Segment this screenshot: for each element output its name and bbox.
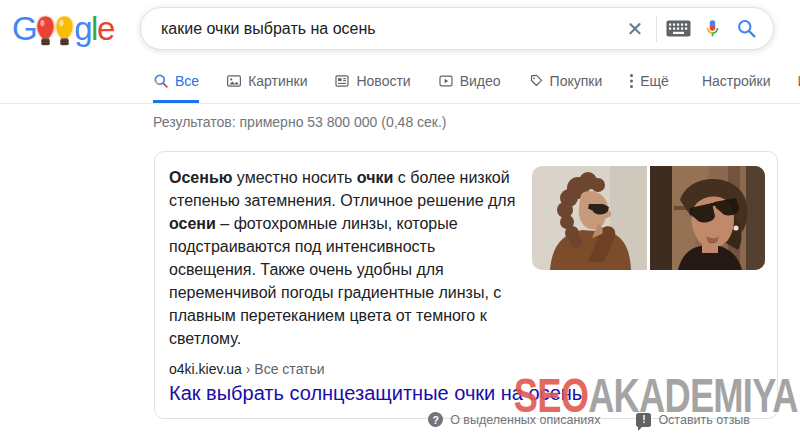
- news-icon: [334, 73, 350, 89]
- tab-news[interactable]: Новости: [334, 63, 410, 103]
- tab-video[interactable]: Видео: [438, 63, 501, 103]
- feedback-label: Оставить отзыв: [658, 413, 750, 427]
- tab-shopping[interactable]: Покупки: [528, 63, 603, 103]
- microphone-icon: [702, 18, 723, 39]
- snippet-segment: Осенью: [169, 169, 232, 186]
- christmas-bulb-yellow-icon: [54, 15, 75, 48]
- snippet-segment: осени: [169, 215, 216, 232]
- keyboard-icon: [666, 20, 691, 37]
- breadcrumb-domain: o4ki.kiev.ua: [169, 361, 242, 377]
- help-icon: ?: [428, 412, 443, 427]
- search-colored-icon: [153, 73, 169, 89]
- featured-snippet-card: Осенью уместно носить очки с более низко…: [154, 151, 778, 419]
- search-bar-divider: [656, 16, 657, 42]
- search-bar: ✕: [140, 7, 774, 50]
- tab-video-label: Видео: [460, 73, 501, 89]
- images-icon: [226, 73, 242, 89]
- result-type-tabs: Все Картинки Новости: [0, 63, 800, 104]
- google-logo[interactable]: G g l e: [12, 12, 114, 45]
- more-vertical-dots-icon: [629, 73, 634, 89]
- snippet-thumbnails: [532, 166, 765, 270]
- results-stats: Результатов: примерно 53 800 000 (0,48 с…: [153, 114, 447, 130]
- close-icon: ✕: [627, 17, 644, 41]
- christmas-bulb-red-icon: [35, 15, 56, 48]
- shopping-tag-icon: [528, 73, 544, 89]
- clear-search-button[interactable]: ✕: [618, 12, 652, 46]
- header: G g l e ✕: [0, 0, 800, 62]
- tab-images[interactable]: Картинки: [226, 63, 307, 103]
- tab-settings-label: Настройки: [702, 73, 771, 89]
- tab-more-label: Ещё: [640, 73, 669, 89]
- tab-more[interactable]: Ещё: [629, 63, 669, 103]
- tab-more-label-icon-wrap: Покупки: [550, 73, 603, 89]
- snippet-segment: очки: [357, 169, 394, 186]
- tab-news-label: Новости: [356, 73, 410, 89]
- breadcrumb-section: Все статьи: [254, 361, 324, 377]
- logo-letter-g: G: [12, 12, 36, 45]
- search-icon: [736, 18, 757, 39]
- breadcrumb-separator: ›: [246, 361, 251, 377]
- virtual-keyboard-button[interactable]: [661, 12, 695, 46]
- about-featured-snippets[interactable]: ? О выделенных описаниях: [428, 412, 600, 427]
- tab-images-label: Картинки: [248, 73, 307, 89]
- snippet-segment: – фотохромные линзы, которые подстраиваю…: [169, 215, 501, 347]
- logo-letter-e: e: [97, 12, 114, 45]
- result-link[interactable]: Как выбрать солнцезащитные очки на осень: [169, 381, 765, 406]
- snippet-text: Осенью уместно носить очки с более низко…: [169, 166, 525, 350]
- search-submit-button[interactable]: [729, 12, 763, 46]
- tab-all[interactable]: Все: [153, 63, 199, 103]
- feedback-icon: !: [636, 413, 651, 427]
- breadcrumb: o4ki.kiev.ua › Все статьи: [169, 361, 765, 377]
- video-icon: [438, 73, 454, 89]
- tab-all-label: Все: [175, 73, 199, 89]
- about-featured-snippets-label: О выделенных описаниях: [450, 413, 600, 427]
- feedback-button[interactable]: ! Оставить отзыв: [636, 413, 750, 427]
- snippet-thumbnail-left[interactable]: [532, 166, 647, 270]
- snippet-segment: уместно носить: [232, 169, 356, 186]
- voice-search-button[interactable]: [695, 12, 729, 46]
- tab-settings[interactable]: Настройки: [702, 63, 771, 103]
- snippet-thumbnail-right[interactable]: [650, 166, 765, 270]
- logo-letter-g2: g: [74, 12, 91, 45]
- snippet-footer: ? О выделенных описаниях ! Оставить отзы…: [428, 412, 750, 427]
- search-input[interactable]: [161, 20, 618, 38]
